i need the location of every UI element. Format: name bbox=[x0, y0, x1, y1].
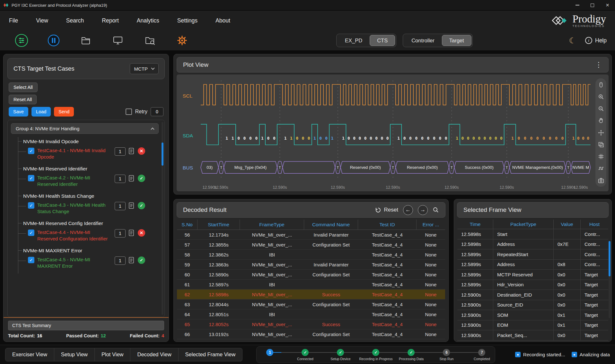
save-button[interactable]: Save bbox=[9, 107, 28, 117]
testcase-report-icon[interactable] bbox=[128, 202, 135, 210]
testcase-report-icon[interactable] bbox=[128, 257, 135, 265]
decoded-table-row[interactable]: 5612.1734sNVMe_MI_over_...Invalid Paramt… bbox=[177, 230, 445, 240]
device-monitor-icon[interactable] bbox=[110, 33, 125, 48]
testcase-report-icon[interactable] bbox=[128, 230, 135, 238]
role-option-controller[interactable]: Controller bbox=[404, 35, 442, 46]
test-parent-label[interactable]: NVMe-MI MAXRENT Error bbox=[18, 246, 160, 255]
decoded-column-header-s-no[interactable]: S.No bbox=[177, 220, 198, 230]
camera-icon[interactable] bbox=[597, 177, 604, 184]
frame-table-row[interactable]: 12.5899sAddress0x8Contr... bbox=[457, 260, 608, 270]
decoded-table-row[interactable]: 5812.3862sIBITestCase_4_4None bbox=[177, 250, 445, 260]
zoom-out-icon[interactable] bbox=[597, 105, 604, 112]
frame-table-row[interactable]: 12.5899sRepeatedStartContr... bbox=[457, 249, 608, 260]
tab-exerciser-view[interactable]: Exerciser View bbox=[5, 348, 54, 361]
frame-table-row[interactable]: 12.5900sEOM0x1Target bbox=[457, 320, 608, 331]
menu-item-view[interactable]: View bbox=[27, 17, 57, 24]
testcase-report-icon[interactable] bbox=[128, 148, 135, 156]
decoded-column-header-test-id[interactable]: Test ID bbox=[358, 220, 417, 230]
search-button[interactable] bbox=[433, 207, 439, 213]
overlay-icon[interactable] bbox=[597, 141, 604, 148]
mode-option-cts[interactable]: CTS bbox=[370, 35, 395, 46]
frame-column-header-host[interactable]: Host bbox=[581, 220, 608, 229]
decoded-column-header-error[interactable]: Error ... bbox=[417, 220, 445, 230]
decoded-table-row[interactable]: 5912.3863sNVMe_MI_over_...Invalid Paramt… bbox=[177, 260, 445, 270]
tab-plot-view[interactable]: Plot View bbox=[95, 348, 130, 361]
menu-item-about[interactable]: About bbox=[206, 17, 239, 24]
mode-option-ex-pd[interactable]: EX_PD bbox=[338, 35, 370, 46]
testcase-count-input[interactable] bbox=[115, 202, 126, 210]
maximize-button[interactable] bbox=[585, 0, 600, 10]
test-parent-label[interactable]: NVMe-MI Reserved Identifier bbox=[18, 164, 160, 173]
decoded-column-header-starttime[interactable]: StartTime bbox=[198, 220, 240, 230]
decoded-table-row[interactable]: 6012.5890sNVMe_MI_over_...Configuration … bbox=[177, 270, 445, 280]
frame-table-row[interactable]: 12.5898sAddress0x7EContr... bbox=[457, 239, 608, 250]
zoom-in-icon[interactable] bbox=[597, 93, 604, 100]
menu-item-file[interactable]: File bbox=[0, 17, 27, 24]
frame-table-row[interactable]: 12.5900sPacket_Seq...0x0Target bbox=[457, 330, 608, 341]
folder-search-icon[interactable] bbox=[143, 33, 157, 48]
frame-column-header-value[interactable]: Value bbox=[554, 220, 581, 229]
frame-table-row[interactable]: 12.5898sStartContr... bbox=[457, 229, 608, 239]
menu-item-settings[interactable]: Settings bbox=[168, 17, 206, 24]
test-parent-label[interactable]: NVMe-MI Health Status Change bbox=[18, 192, 160, 200]
kebab-menu-icon[interactable]: ⋮ bbox=[595, 61, 602, 69]
frame-table-row[interactable]: 12.5900sDestination_EID0x0Target bbox=[457, 290, 608, 300]
frame-column-header-time[interactable]: Time bbox=[457, 220, 493, 229]
decoded-table-row[interactable]: 6112.5897sIBITestCase_4_4None bbox=[177, 280, 445, 290]
retry-checkbox[interactable] bbox=[126, 108, 132, 115]
decoded-table-row[interactable]: 6412.8051sIBITestCase_4_4None bbox=[177, 309, 445, 319]
testcase-count-input[interactable] bbox=[115, 175, 126, 183]
menu-item-search[interactable]: Search bbox=[57, 17, 93, 24]
close-button[interactable]: ✕ bbox=[600, 0, 615, 10]
testcase-label[interactable]: TestCase-4.3 - NVMe-MI Health Status Cha… bbox=[37, 202, 112, 214]
testcase-count-input[interactable] bbox=[115, 256, 126, 265]
load-button[interactable]: Load bbox=[31, 107, 51, 117]
testcase-label[interactable]: TestCase-4.1 - NVMe-MI Invalid Opcode bbox=[37, 147, 112, 160]
retry-count-input[interactable] bbox=[151, 107, 163, 116]
grid-icon[interactable] bbox=[597, 153, 604, 160]
test-list-scrollbar[interactable] bbox=[162, 122, 163, 315]
frame-table-row[interactable]: 12.5899sHdr_Version0x0Target bbox=[457, 280, 608, 290]
decoded-table-row[interactable]: 6312.8044sNVMe_MI_over_...Configuration … bbox=[177, 299, 445, 309]
role-option-target[interactable]: Target bbox=[442, 35, 471, 46]
frame-table-row[interactable]: 12.5899sMCTP Reserved0x0Target bbox=[457, 270, 608, 280]
tab-setup-view[interactable]: Setup View bbox=[54, 348, 95, 361]
signal-icon[interactable] bbox=[597, 165, 604, 172]
tab-decoded-view[interactable]: Decoded View bbox=[130, 348, 178, 361]
decoded-table-row[interactable]: 6613.0192sNVMe_MI_over_...Configuration … bbox=[177, 329, 445, 339]
decoded-table-row[interactable]: 6212.5898sNVMe_MI_over_...SuccessTestCas… bbox=[177, 290, 445, 299]
testcase-label[interactable]: TestCase-4.4 - NVMe-MI Reserved Configur… bbox=[37, 229, 112, 242]
testcase-report-icon[interactable] bbox=[128, 175, 135, 183]
pause-icon[interactable] bbox=[46, 33, 61, 48]
testcase-count-input[interactable] bbox=[115, 147, 126, 156]
reset-all-button[interactable]: Reset All bbox=[9, 95, 37, 104]
tab-selected-frame-view[interactable]: Selected Frame View bbox=[179, 348, 243, 361]
select-all-button[interactable]: Select All bbox=[9, 82, 38, 92]
testcase-checkbox[interactable]: ✓ bbox=[28, 257, 34, 263]
prev-frame-button[interactable]: ← bbox=[403, 205, 413, 215]
test-group-header[interactable]: Group 4: NVMe Error Handling bbox=[11, 123, 159, 134]
decoded-column-header-command-name[interactable]: Command Name bbox=[304, 220, 358, 230]
testcase-checkbox[interactable]: ✓ bbox=[28, 175, 34, 181]
test-parent-label[interactable]: NVMe-MI Reserved Config Identifier bbox=[18, 219, 160, 228]
settings-gear-icon[interactable] bbox=[175, 33, 189, 48]
pan-icon[interactable] bbox=[597, 117, 604, 124]
frame-column-header-packettype[interactable]: PacketType bbox=[493, 220, 554, 229]
decoded-table-row[interactable]: 5712.3855sNVMe_MI_over_...Configuration … bbox=[177, 240, 445, 250]
menu-item-report[interactable]: Report bbox=[93, 17, 128, 24]
decoded-column-header-frametype[interactable]: FrameType bbox=[240, 220, 304, 230]
exerciser-icon[interactable] bbox=[14, 33, 29, 48]
open-folder-icon[interactable] bbox=[78, 33, 93, 48]
frame-table-row[interactable]: 12.5900sSOM0x1Target bbox=[457, 310, 608, 320]
test-parent-label[interactable]: NVMe-MI Invalid Opcode bbox=[18, 137, 160, 146]
decoded-table-row[interactable]: 6512.8052sNVMe_MI_over_...SuccessTestCas… bbox=[177, 319, 445, 329]
dark-mode-toggle-icon[interactable]: ☾ bbox=[569, 37, 576, 45]
menu-item-analytics[interactable]: Analytics bbox=[128, 17, 168, 24]
testcase-label[interactable]: TestCase-4.5 - NVMe-MI MAXRENT Error bbox=[37, 256, 112, 269]
move-icon[interactable] bbox=[597, 129, 604, 136]
help-button[interactable]: i Help bbox=[585, 37, 607, 44]
send-button[interactable]: Send bbox=[54, 107, 74, 117]
frame-table-scrollbar[interactable] bbox=[609, 241, 611, 318]
reset-button[interactable]: Reset bbox=[375, 207, 398, 213]
waveform-canvas[interactable]: SCLSDABUS1100001001100010011000000001000… bbox=[177, 74, 609, 191]
